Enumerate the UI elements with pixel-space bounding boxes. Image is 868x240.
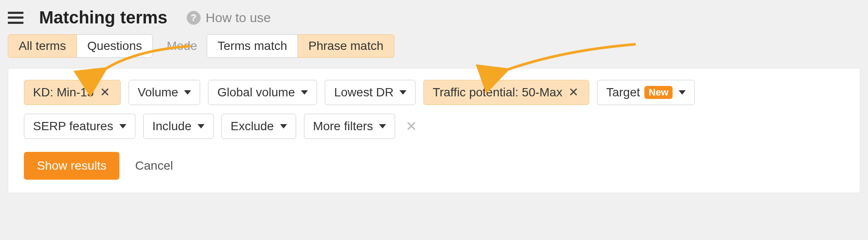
chevron-down-icon [679,90,686,95]
chevron-down-icon [280,124,287,128]
clear-filters-icon[interactable]: ✕ [403,118,420,135]
chevron-down-icon [379,124,386,128]
tab-questions[interactable]: Questions [77,34,153,58]
filter-volume[interactable]: Volume [129,80,200,105]
terms-questions-tabs: All terms Questions [8,34,153,58]
filters-panel: KD: Min-15 ✕ Volume Global volume Lowest… [8,68,860,193]
new-badge: New [644,86,673,99]
match-type-tabs: Terms match Phrase match [207,34,394,58]
show-results-button[interactable]: Show results [24,152,119,180]
filter-target-label: Target [606,85,640,99]
filter-traffic-potential-label: Traffic potential: 50-Max [432,85,562,99]
filter-more-label: More filters [313,119,373,133]
filter-lowest-dr-label: Lowest DR [334,85,393,99]
filter-global-volume-label: Global volume [217,85,295,99]
filter-include-label: Include [152,119,191,133]
filter-serp-features[interactable]: SERP features [24,114,135,139]
mode-label: Mode [167,39,197,53]
page-title: Matching terms [39,8,168,27]
chevron-down-icon [119,124,126,128]
filter-volume-label: Volume [138,85,178,99]
help-icon: ? [187,11,201,25]
chevron-down-icon [301,90,308,95]
filter-lowest-dr[interactable]: Lowest DR [325,80,416,105]
menu-icon[interactable] [8,12,23,24]
filter-traffic-potential[interactable]: Traffic potential: 50-Max ✕ [423,80,589,105]
filter-include[interactable]: Include [143,114,214,139]
cancel-link[interactable]: Cancel [135,159,173,173]
filter-serp-features-label: SERP features [33,119,113,133]
how-to-use-link[interactable]: ? How to use [187,10,271,25]
close-icon[interactable]: ✕ [567,86,580,99]
filter-kd[interactable]: KD: Min-15 ✕ [24,80,121,105]
filter-more[interactable]: More filters [304,114,395,139]
filter-exclude-label: Exclude [231,119,274,133]
filter-target[interactable]: Target New [597,80,695,105]
filter-row-2: SERP features Include Exclude More filte… [24,114,844,139]
action-row: Show results Cancel [24,152,844,180]
tab-phrase-match[interactable]: Phrase match [298,34,394,58]
filter-row-1: KD: Min-15 ✕ Volume Global volume Lowest… [24,80,844,105]
filter-exclude[interactable]: Exclude [221,114,296,139]
filter-global-volume[interactable]: Global volume [208,80,317,105]
chevron-down-icon [198,124,205,128]
chevron-down-icon [184,90,191,95]
tab-terms-match[interactable]: Terms match [207,34,298,58]
filter-kd-label: KD: Min-15 [33,85,94,99]
how-to-use-label: How to use [206,10,271,25]
tab-all-terms[interactable]: All terms [8,34,77,58]
close-icon[interactable]: ✕ [98,86,112,99]
chevron-down-icon [399,90,406,95]
